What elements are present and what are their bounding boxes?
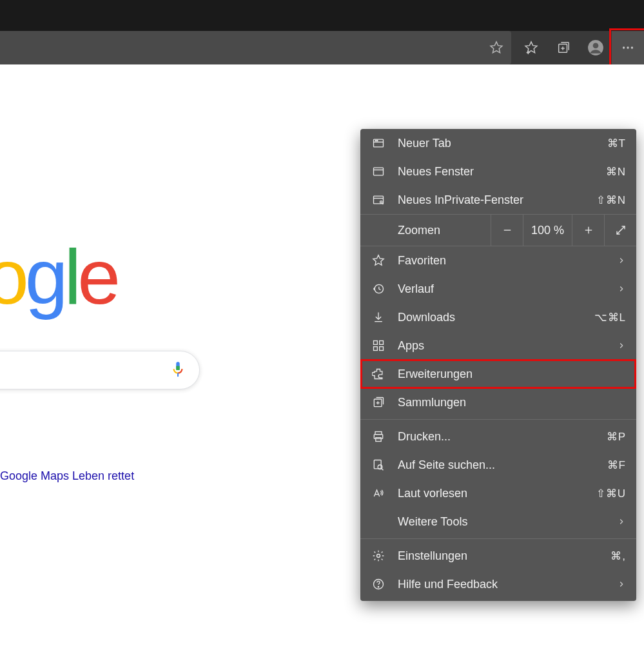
svg-point-40 <box>377 555 380 558</box>
svg-rect-28 <box>380 341 384 345</box>
menu-label: Downloads <box>398 311 594 324</box>
menu-shortcut: ⌘F <box>607 458 626 472</box>
zoom-out-button[interactable] <box>491 215 523 246</box>
zoom-label: Zoomen <box>360 215 491 246</box>
menu-collections[interactable]: Sammlungen <box>360 388 636 417</box>
menu-print[interactable]: Drucken... ⌘P <box>360 422 636 451</box>
window-titlebar <box>0 0 644 31</box>
menu-label: Laut vorlesen <box>398 487 596 500</box>
menu-extensions[interactable]: Erweiterungen <box>360 360 636 388</box>
profile-button[interactable] <box>580 31 612 64</box>
menu-shortcut: ⌘N <box>606 165 626 179</box>
menu-settings[interactable]: Einstellungen ⌘, <box>360 542 636 570</box>
menu-label: Verlauf <box>398 282 612 296</box>
svg-rect-36 <box>376 438 381 442</box>
fullscreen-button[interactable] <box>604 215 636 246</box>
window-icon <box>371 165 386 178</box>
read-aloud-icon <box>371 487 386 500</box>
menu-label: Neues InPrivate-Fenster <box>398 193 596 207</box>
menu-label: Drucken... <box>398 430 607 444</box>
menu-apps[interactable]: Apps <box>360 331 636 360</box>
menu-label: Weitere Tools <box>398 515 612 529</box>
gear-icon <box>371 549 386 562</box>
menu-zoom: Zoomen 100 % <box>360 214 636 246</box>
svg-point-9 <box>631 46 633 48</box>
menu-label: Auf Seite suchen... <box>398 458 607 472</box>
svg-point-16 <box>377 141 378 141</box>
menu-shortcut: ⌘, <box>610 549 626 563</box>
svg-point-6 <box>593 43 599 48</box>
menu-new-inprivate[interactable]: Neues InPrivate-Fenster ⇧⌘N <box>360 186 636 214</box>
svg-rect-30 <box>380 347 384 351</box>
google-maps-link[interactable]: Google Maps Leben rettet <box>0 469 134 483</box>
extension-icon <box>371 368 386 380</box>
menu-label: Erweiterungen <box>398 368 626 381</box>
menu-shortcut: ⇧⌘N <box>596 193 626 207</box>
svg-point-15 <box>375 141 376 141</box>
svg-point-42 <box>378 587 378 587</box>
chevron-right-icon <box>617 284 626 293</box>
settings-menu: Neuer Tab ⌘T Neues Fenster ⌘N Neues InPr… <box>360 129 636 601</box>
menu-new-window[interactable]: Neues Fenster ⌘N <box>360 157 636 186</box>
menu-history[interactable]: Verlauf <box>360 275 636 303</box>
svg-rect-17 <box>374 168 384 175</box>
menu-more-tools[interactable]: Weitere Tools <box>360 507 636 536</box>
chevron-right-icon <box>617 341 626 350</box>
favorites-button[interactable] <box>515 31 547 64</box>
print-icon <box>371 430 386 443</box>
page-content: Google Glück! Google Maps Leben rettet N… <box>0 64 644 668</box>
menu-shortcut: ⇧⌘U <box>596 487 626 500</box>
menu-label: Hilfe und Feedback <box>398 578 612 591</box>
svg-rect-27 <box>374 341 378 345</box>
browser-toolbar <box>0 31 644 64</box>
google-logo: Google <box>0 232 117 321</box>
chevron-right-icon <box>617 580 626 589</box>
download-icon <box>371 311 386 324</box>
svg-rect-29 <box>374 347 378 351</box>
more-menu-button[interactable] <box>612 31 644 64</box>
menu-label: Apps <box>398 339 612 353</box>
menu-help[interactable]: Hilfe und Feedback <box>360 570 636 598</box>
menu-favorites[interactable]: Favoriten <box>360 246 636 275</box>
microphone-icon[interactable] <box>171 360 185 380</box>
star-icon[interactable] <box>489 41 503 55</box>
menu-shortcut: ⌥⌘L <box>594 311 626 324</box>
history-icon <box>371 282 386 295</box>
collections-button[interactable] <box>547 31 580 64</box>
star-plus-icon <box>371 254 386 267</box>
zoom-in-button[interactable] <box>572 215 604 246</box>
svg-rect-11 <box>176 366 180 370</box>
menu-find[interactable]: Auf Seite suchen... ⌘F <box>360 451 636 479</box>
menu-label: Sammlungen <box>398 396 626 409</box>
inprivate-icon <box>371 193 386 206</box>
address-bar[interactable] <box>0 31 511 64</box>
menu-label: Neues Fenster <box>398 165 606 179</box>
apps-icon <box>371 339 386 352</box>
menu-shortcut: ⌘P <box>607 430 626 444</box>
chevron-right-icon <box>617 256 626 265</box>
find-icon <box>371 458 386 471</box>
svg-point-8 <box>627 46 629 48</box>
menu-shortcut: ⌘T <box>607 137 626 150</box>
menu-separator <box>360 419 636 420</box>
collections-icon <box>371 396 386 409</box>
svg-point-21 <box>380 201 382 203</box>
search-input[interactable] <box>0 351 200 389</box>
menu-read-aloud[interactable]: Laut vorlesen ⇧⌘U <box>360 479 636 507</box>
menu-label: Favoriten <box>398 254 612 268</box>
menu-label: Neuer Tab <box>398 137 607 150</box>
menu-label: Einstellungen <box>398 549 610 563</box>
svg-point-7 <box>623 46 625 48</box>
new-tab-icon <box>371 137 386 150</box>
chevron-right-icon <box>617 517 626 526</box>
zoom-value: 100 % <box>523 215 572 246</box>
menu-separator <box>360 538 636 539</box>
help-icon <box>371 578 386 591</box>
menu-downloads[interactable]: Downloads ⌥⌘L <box>360 303 636 331</box>
menu-new-tab[interactable]: Neuer Tab ⌘T <box>360 129 636 157</box>
